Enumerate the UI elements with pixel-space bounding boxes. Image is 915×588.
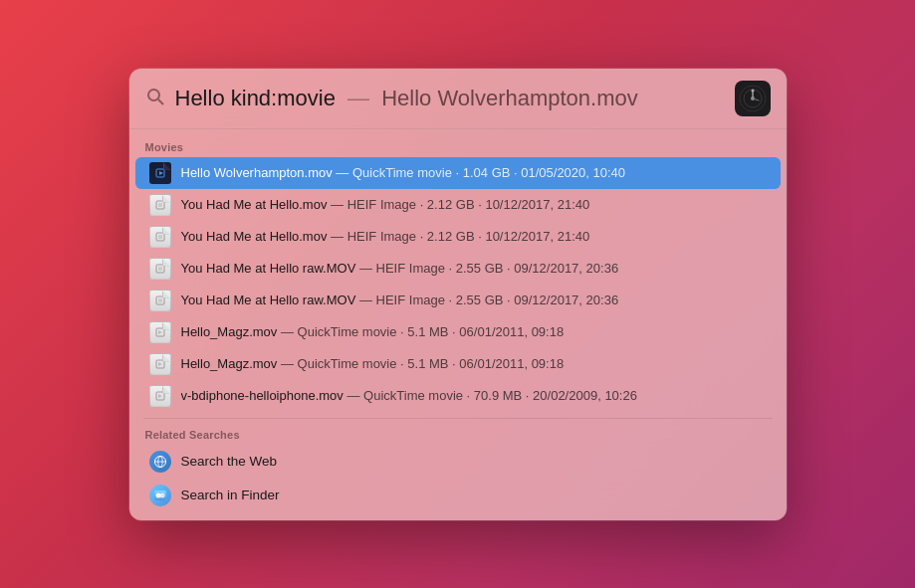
result-filename: Hello_Magz.mov — [181, 356, 278, 371]
file-icon — [149, 321, 171, 343]
query-separator: — — [347, 86, 369, 110]
result-file-meta: — HEIF Image · 2.55 GB · 09/12/2017, 20:… — [359, 261, 618, 276]
result-file-meta: — QuickTime movie · 70.9 MB · 20/02/2009… — [346, 388, 636, 403]
result-filename: Hello Wolverhampton.mov — [181, 165, 333, 180]
svg-marker-9 — [159, 171, 163, 175]
result-text: Hello Wolverhampton.mov — QuickTime movi… — [181, 165, 767, 180]
related-section-header: Related Searches — [129, 425, 787, 445]
svg-point-30 — [159, 492, 164, 497]
file-icon — [149, 194, 171, 216]
svg-rect-13 — [158, 235, 162, 239]
result-item[interactable]: You Had Me at Hello raw.MOV — HEIF Image… — [135, 253, 781, 285]
result-filename: v-bdiphone-helloiphone.mov — [181, 388, 343, 403]
search-web-label: Search the Web — [181, 454, 278, 469]
result-filename: You Had Me at Hello raw.MOV — [181, 293, 356, 307]
finder-icon — [149, 485, 171, 506]
result-item[interactable]: Hello_Magz.mov — QuickTime movie · 5.1 M… — [135, 316, 781, 348]
result-item[interactable]: You Had Me at Hello raw.MOV — HEIF Image… — [135, 285, 781, 316]
result-item[interactable]: v-bdiphone-helloiphone.mov — QuickTime m… — [135, 380, 781, 412]
file-icon — [149, 290, 171, 311]
result-file-meta: — HEIF Image · 2.12 GB · 10/12/2017, 21:… — [331, 197, 589, 212]
spotlight-window: Hello kind:movie — Hello Wolverhampton.m… — [129, 69, 787, 520]
result-item[interactable]: You Had Me at Hello.mov — HEIF Image · 2… — [135, 189, 781, 221]
result-filename: You Had Me at Hello raw.MOV — [181, 261, 356, 276]
search-finder-label: Search in Finder — [181, 488, 280, 502]
result-item[interactable]: You Had Me at Hello.mov — HEIF Image · 2… — [135, 221, 781, 253]
result-text: Hello_Magz.mov — QuickTime movie · 5.1 M… — [181, 324, 767, 339]
svg-marker-21 — [158, 362, 162, 366]
result-filename: Hello_Magz.mov — [181, 324, 278, 339]
result-text: You Had Me at Hello.mov — HEIF Image · 2… — [181, 197, 767, 212]
svg-marker-19 — [158, 330, 162, 334]
result-text: You Had Me at Hello raw.MOV — HEIF Image… — [181, 261, 767, 276]
svg-rect-11 — [158, 203, 162, 207]
svg-rect-15 — [158, 267, 162, 271]
file-icon — [149, 226, 171, 248]
results-area: Movies Hello Wolverhampton.mov — QuickTi… — [129, 129, 787, 520]
search-icon — [145, 87, 165, 110]
result-filename: You Had Me at Hello.mov — [181, 229, 328, 244]
svg-line-1 — [158, 99, 163, 104]
search-query: Hello kind:movie — Hello Wolverhampton.m… — [175, 86, 725, 111]
file-icon — [149, 162, 171, 184]
svg-point-7 — [751, 89, 754, 92]
search-bar: Hello kind:movie — Hello Wolverhampton.m… — [129, 69, 787, 129]
file-icon — [149, 353, 171, 375]
result-file-meta: — HEIF Image · 2.55 GB · 09/12/2017, 20:… — [359, 293, 618, 307]
result-text: v-bdiphone-helloiphone.mov — QuickTime m… — [181, 388, 767, 403]
result-text: You Had Me at Hello raw.MOV — HEIF Image… — [181, 293, 767, 307]
query-result-name: Hello Wolverhampton.mov — [381, 86, 638, 110]
file-icon — [149, 258, 171, 280]
result-file-meta: — HEIF Image · 2.12 GB · 10/12/2017, 21:… — [331, 229, 589, 244]
result-text: You Had Me at Hello.mov — HEIF Image · 2… — [181, 229, 767, 244]
quicktime-icon — [735, 81, 771, 116]
result-filename: You Had Me at Hello.mov — [181, 197, 328, 212]
query-text: Hello kind:movie — [175, 86, 336, 110]
result-file-meta: — QuickTime movie · 5.1 MB · 06/01/2011,… — [281, 324, 564, 339]
section-divider — [143, 418, 773, 419]
result-text: Hello_Magz.mov — QuickTime movie · 5.1 M… — [181, 356, 767, 371]
search-finder-item[interactable]: Search in Finder — [135, 479, 781, 512]
quicktime-app-icon — [735, 81, 771, 116]
svg-marker-23 — [158, 394, 162, 398]
result-file-meta: — QuickTime movie · 1.04 GB · 01/05/2020… — [336, 165, 625, 180]
result-file-meta: — QuickTime movie · 5.1 MB · 06/01/2011,… — [281, 356, 564, 371]
search-web-icon — [149, 451, 171, 473]
movies-section-header: Movies — [129, 137, 787, 157]
search-web-item[interactable]: Search the Web — [135, 445, 781, 479]
svg-rect-17 — [158, 298, 162, 302]
result-item[interactable]: Hello Wolverhampton.mov — QuickTime movi… — [135, 157, 781, 189]
svg-point-0 — [148, 90, 159, 100]
file-icon — [149, 385, 171, 407]
result-item[interactable]: Hello_Magz.mov — QuickTime movie · 5.1 M… — [135, 348, 781, 380]
